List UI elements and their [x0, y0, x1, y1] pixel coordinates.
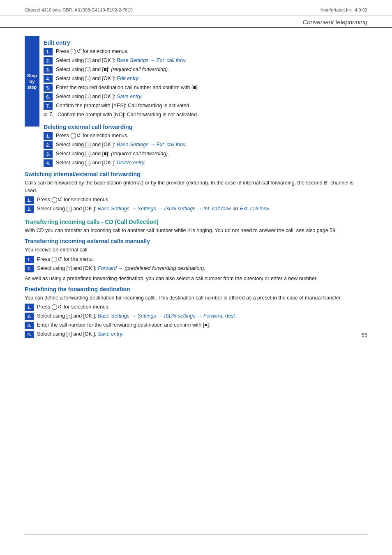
header: Gigaset 4110isdn, GBR, A31008-G4110-B102… [0, 0, 392, 16]
header-left: Gigaset 4110isdn, GBR, A31008-G4110-B102… [25, 7, 133, 12]
switching-steps: 1. Press ◯↺ for selection menus. 2. Sele… [25, 196, 367, 214]
step-text: Select using [↕] and [OK ]: Save entry. [56, 93, 142, 101]
step-text: Press ◯↺ for selection menus. [56, 48, 129, 55]
transferring-manual-section: Transferring incoming external calls man… [25, 238, 367, 283]
table-row: 6. Select using [↕] and [OK ]: Save entr… [44, 93, 367, 101]
step-number: 1. [44, 48, 53, 55]
edit-entry-heading: Edit entry [44, 39, 367, 46]
table-row: 2. Select using [↕] and [OK ]: Base Sett… [25, 312, 367, 320]
step-number: 1. [25, 196, 34, 204]
table-row: 2. Select using [↕] and [OK ]: Base Sett… [25, 205, 367, 213]
step-text: Select using [↕] and [OK ]: Base Setting… [37, 205, 270, 213]
menu-icon: ◯↺ [70, 133, 81, 138]
step-text: Select using [↕] and [OK ]: Save entry. [37, 330, 123, 338]
table-row: 3. Select using [↕] and [■]: (required c… [44, 66, 367, 74]
page: Gigaset 4110isdn, GBR, A31008-G4110-B102… [0, 0, 392, 555]
menu-icon: ◯↺ [51, 256, 62, 262]
step-number: 2. [25, 313, 34, 320]
step-number: 2. [44, 141, 53, 149]
step-text: Press ◯↺ for selection menus. [37, 303, 110, 311]
step-number: 3. [44, 66, 53, 74]
table-row: 1. Press ◯↺ for selection menus. [44, 48, 367, 55]
transferring-manual-heading: Transferring incoming external calls man… [25, 238, 367, 244]
menu-icon: ◯↺ [70, 48, 81, 54]
step-text: Confirm the prompt with [NO]: Call forwa… [58, 111, 198, 119]
step-text: Select using [↕] and [■]: (required call… [56, 66, 169, 74]
content: Step by step Edit entry 1. Press ◯↺ for … [0, 28, 392, 350]
step-number: 1. [44, 132, 53, 140]
table-row: 1. Press ◯↺ for selection menus. [25, 303, 367, 311]
step-text: Enter the required destination call numb… [56, 84, 199, 92]
step-number: 2. [25, 265, 34, 272]
table-row: 3. Enter the call number for the call fo… [25, 321, 367, 329]
table-row: 2. Select using [↕] and [OK ]: Forward →… [25, 265, 367, 272]
step-by-step-label: Step by step [25, 36, 39, 127]
edit-entry-section: Edit entry 1. Press ◯↺ for selection men… [44, 36, 367, 168]
deleting-heading: Deleting external call forwarding [44, 124, 367, 130]
table-row: 4. Select using [↕] and [OK ]: Delete en… [44, 159, 367, 167]
table-row: 2. Select using [↕] and [OK ]: Base Sett… [44, 141, 367, 149]
or-label: or 7. [44, 111, 54, 117]
menu-icon2: ■ [104, 151, 107, 157]
switching-heading: Switching internal/external call forward… [25, 171, 367, 177]
step-text: Press ◯↺ for the menu. [37, 256, 94, 263]
page-title-bar: Convenient telephoning [0, 16, 392, 28]
transferring-manual-desc2: As well as using a predefined forwarding… [25, 275, 367, 283]
step-text: Select using [↕] and [OK ]: Base Setting… [56, 57, 187, 64]
table-row-or: or 7. Confirm the prompt with [NO]: Call… [44, 111, 367, 119]
step-number: 4. [44, 75, 53, 83]
step-number: 1. [25, 304, 34, 311]
table-row: 4. Select using [↕] and [OK ]: Save entr… [25, 330, 367, 338]
confirm-icon: ■ [193, 85, 196, 90]
menu-icon: ◯↺ [51, 197, 62, 203]
predefining-heading: Predefining the forwarding destination [25, 286, 367, 292]
step-number: 5. [44, 84, 53, 92]
step-text: Enter the call number for the call forwa… [37, 321, 210, 329]
predefining-steps: 1. Press ◯↺ for selection menus. 2. Sele… [25, 303, 367, 339]
predefining-desc: You can define a forwarding destination … [25, 294, 367, 302]
step-text: Select using [↕] and [OK ]: Delete entry… [56, 159, 145, 167]
step-number: 1. [25, 256, 34, 263]
table-row: 3. Select using [↕] and [■]: (required c… [44, 150, 367, 158]
step-number: 7. [44, 102, 53, 110]
transferring-manual-desc1: You receive an external call. [25, 246, 367, 254]
table-row: 1. Press ◯↺ for selection menus. [25, 196, 367, 204]
step-number: 3. [25, 322, 34, 329]
predefining-section: Predefining the forwarding destination Y… [25, 286, 367, 339]
transferring-cd-desc: With CD you can transfer an incoming cal… [25, 227, 367, 235]
step-text: Select using [↕] and [OK ]: Base Setting… [37, 312, 236, 320]
table-row: 4. Select using [↕] and [OK ]: Edit entr… [44, 75, 367, 83]
step-text: Press ◯↺ for selection menus. [37, 196, 110, 204]
step-text: Confirm the prompt with [YES]: Call forw… [56, 102, 191, 110]
step-number: 3. [44, 150, 53, 158]
step-number: 4. [25, 331, 34, 338]
step-text: Select using [↕] and [OK ]: Forward → (p… [37, 265, 205, 272]
menu-icon2: ■ [104, 67, 107, 72]
bottom-rule [25, 534, 367, 534]
confirm-icon: ■ [204, 322, 208, 328]
table-row: 5. Enter the required destination call n… [44, 84, 367, 92]
step-text: Select using [↕] and [■]: (required call… [56, 150, 169, 158]
step-number: 4. [44, 159, 53, 167]
transferring-cd-heading: Transferring incoming calls - CD (Call D… [25, 219, 367, 225]
step-number: 6. [44, 93, 53, 101]
table-row: 1. Press ◯↺ for selection menus. [44, 132, 367, 140]
transferring-manual-steps: 1. Press ◯↺ for the menu. 2. Select usin… [25, 256, 367, 273]
page-title: Convenient telephoning [302, 18, 367, 25]
header-center: Komfortabel.fm 4.9.02 [321, 7, 367, 12]
step-number: 2. [44, 57, 53, 64]
step-text: Press ◯↺ for selection menus. [56, 132, 129, 140]
transferring-cd-section: Transferring incoming calls - CD (Call D… [25, 219, 367, 235]
step-text: Select using [↕] and [OK ]: Base Setting… [56, 141, 187, 149]
page-number: 55 [362, 332, 367, 338]
switching-desc: Calls can be forwarded by the base stati… [25, 179, 367, 195]
step-text: Select using [↕] and [OK ]: Edit entry. [56, 75, 139, 83]
table-row: 1. Press ◯↺ for the menu. [25, 256, 367, 263]
step-number: 2. [25, 205, 34, 213]
table-row: 7. Confirm the prompt with [YES]: Call f… [44, 102, 367, 110]
table-row: 2. Select using [↕] and [OK ]: Base Sett… [44, 57, 367, 64]
menu-icon: ◯↺ [51, 304, 62, 310]
edit-entry-steps: 1. Press ◯↺ for selection menus. 2. Sele… [44, 48, 367, 120]
deleting-steps: 1. Press ◯↺ for selection menus. 2. Sele… [44, 132, 367, 168]
switching-section: Switching internal/external call forward… [25, 171, 367, 214]
